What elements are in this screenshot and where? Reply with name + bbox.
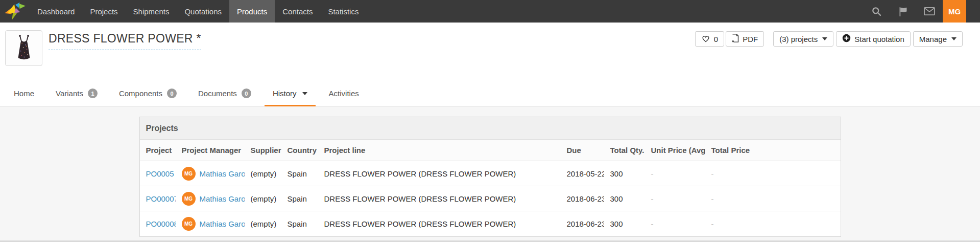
country-cell: Spain bbox=[281, 169, 318, 178]
projects-panel: Projects Project Project Manager Supplie… bbox=[139, 117, 841, 237]
nav-item-dashboard[interactable]: Dashboard bbox=[30, 0, 82, 23]
tab-activities[interactable]: Activities bbox=[321, 81, 367, 106]
tab-variants-label: Variants bbox=[56, 89, 83, 98]
caret-down-icon bbox=[302, 92, 307, 95]
project-link[interactable]: PO00008 bbox=[146, 219, 176, 228]
tab-history[interactable]: History bbox=[265, 81, 316, 106]
manager-link[interactable]: Mathias Garot bbox=[200, 219, 245, 228]
supplier-cell: (empty) bbox=[245, 219, 281, 228]
projects-panel-title: Projects bbox=[140, 117, 841, 140]
column-header-project-line: Project line bbox=[318, 146, 561, 155]
project-link[interactable]: PO0005 bbox=[146, 169, 174, 178]
tab-documents-label: Documents bbox=[198, 89, 237, 98]
manager-avatar: MG bbox=[182, 217, 196, 231]
product-header: DRESS FLOWER POWER * 0 PDF (3) projects … bbox=[0, 23, 980, 81]
nav-item-products[interactable]: Products bbox=[229, 0, 275, 23]
tab-home-label: Home bbox=[14, 89, 34, 98]
origami-bird-logo-icon bbox=[4, 1, 26, 22]
table-row: PO00008 MG Mathias Garot (empty) Spain D… bbox=[140, 211, 841, 236]
search-icon[interactable] bbox=[863, 0, 890, 23]
manage-dropdown-button[interactable]: Manage bbox=[913, 31, 963, 47]
app-logo[interactable] bbox=[0, 0, 30, 23]
table-row: PO00007 MG Mathias Garot (empty) Spain D… bbox=[140, 186, 841, 211]
project-line-cell: DRESS FLOWER POWER (DRESS FLOWER POWER) bbox=[318, 194, 561, 203]
product-thumbnail[interactable] bbox=[5, 30, 42, 66]
total-qty-cell: 300 bbox=[604, 219, 645, 228]
user-avatar[interactable]: MG bbox=[943, 0, 966, 23]
total-price-cell: - bbox=[705, 169, 841, 178]
manager-link[interactable]: Mathias Garot bbox=[200, 169, 245, 178]
start-quotation-label: Start quotation bbox=[854, 35, 904, 43]
product-tabbar: Home Variants 1 Components 0 Documents 0… bbox=[0, 81, 980, 106]
manage-label: Manage bbox=[919, 35, 947, 43]
navbar-spacer bbox=[366, 0, 863, 23]
nav-item-statistics[interactable]: Statistics bbox=[320, 0, 366, 23]
total-price-cell: - bbox=[705, 194, 841, 203]
unit-price-cell: - bbox=[645, 194, 705, 203]
components-count-badge: 0 bbox=[167, 89, 177, 98]
start-quotation-button[interactable]: Start quotation bbox=[836, 31, 911, 47]
column-header-supplier: Supplier bbox=[245, 146, 281, 155]
total-price-cell: - bbox=[705, 219, 841, 228]
pdf-button[interactable]: PDF bbox=[726, 31, 764, 47]
manager-avatar: MG bbox=[182, 192, 196, 206]
plus-circle-icon bbox=[842, 34, 851, 44]
heart-icon bbox=[701, 34, 710, 44]
due-cell: 2018-06-23 bbox=[561, 194, 604, 203]
projects-table-header: Project Project Manager Supplier Country… bbox=[140, 140, 841, 161]
country-cell: Spain bbox=[281, 219, 318, 228]
column-header-unit-price: Unit Price (Avg.) bbox=[645, 146, 705, 155]
total-qty-cell: 300 bbox=[604, 169, 645, 178]
column-header-project: Project bbox=[140, 146, 176, 155]
project-line-cell: DRESS FLOWER POWER (DRESS FLOWER POWER) bbox=[318, 219, 561, 228]
nav-item-shipments[interactable]: Shipments bbox=[126, 0, 177, 23]
column-header-total-qty: Total Qty. bbox=[604, 146, 645, 155]
favorite-count: 0 bbox=[714, 35, 718, 43]
column-header-project-manager: Project Manager bbox=[176, 146, 245, 155]
unit-price-cell: - bbox=[645, 169, 705, 178]
dress-image bbox=[8, 32, 40, 64]
nav-item-contacts[interactable]: Contacts bbox=[275, 0, 320, 23]
tab-components-label: Components bbox=[119, 89, 162, 98]
caret-down-icon bbox=[951, 37, 957, 40]
nav-item-quotations[interactable]: Quotations bbox=[177, 0, 229, 23]
tab-activities-label: Activities bbox=[329, 89, 359, 98]
projects-dropdown-label: (3) projects bbox=[779, 35, 818, 43]
column-header-total-price: Total Price bbox=[705, 146, 841, 155]
column-header-country: Country bbox=[281, 146, 318, 155]
manager-link[interactable]: Mathias Garot bbox=[200, 194, 245, 203]
country-cell: Spain bbox=[281, 194, 318, 203]
mail-icon[interactable] bbox=[916, 0, 943, 23]
column-header-due: Due bbox=[561, 146, 604, 155]
unit-price-cell: - bbox=[645, 219, 705, 228]
tab-components[interactable]: Components 0 bbox=[111, 81, 185, 106]
header-actions: 0 PDF (3) projects Start quotation Manag… bbox=[695, 31, 963, 47]
product-title[interactable]: DRESS FLOWER POWER * bbox=[49, 32, 201, 50]
top-navbar: Dashboard Projects Shipments Quotations … bbox=[0, 0, 980, 23]
tab-variants[interactable]: Variants 1 bbox=[47, 81, 106, 106]
variants-count-badge: 1 bbox=[88, 89, 98, 98]
pdf-file-icon bbox=[732, 34, 739, 44]
supplier-cell: (empty) bbox=[245, 194, 281, 203]
project-link[interactable]: PO00007 bbox=[146, 194, 176, 203]
nav-item-projects[interactable]: Projects bbox=[82, 0, 125, 23]
tab-documents[interactable]: Documents 0 bbox=[190, 81, 259, 106]
project-line-cell: DRESS FLOWER POWER (DRESS FLOWER POWER) bbox=[318, 169, 561, 178]
documents-count-badge: 0 bbox=[242, 89, 251, 98]
flag-icon[interactable] bbox=[890, 0, 916, 23]
projects-dropdown-button[interactable]: (3) projects bbox=[773, 31, 833, 47]
due-cell: 2018-05-22 bbox=[561, 169, 604, 178]
page-content: Projects Project Project Manager Supplie… bbox=[0, 106, 980, 242]
tab-history-label: History bbox=[273, 89, 297, 98]
manager-avatar: MG bbox=[182, 167, 196, 181]
table-row: PO0005 MG Mathias Garot (empty) Spain DR… bbox=[140, 161, 841, 186]
due-cell: 2018-06-23 bbox=[561, 219, 604, 228]
tab-home[interactable]: Home bbox=[6, 81, 42, 106]
caret-down-icon bbox=[822, 37, 827, 40]
supplier-cell: (empty) bbox=[245, 169, 281, 178]
pdf-label: PDF bbox=[743, 35, 758, 43]
total-qty-cell: 300 bbox=[604, 194, 645, 203]
favorite-button[interactable]: 0 bbox=[695, 31, 724, 47]
